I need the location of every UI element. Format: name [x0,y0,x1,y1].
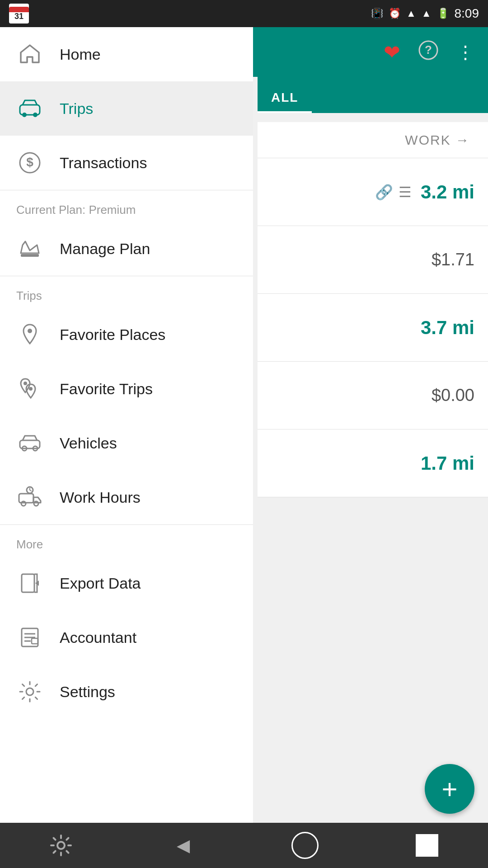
gear-settings-icon[interactable] [43,827,79,863]
svg-rect-24 [32,638,38,644]
trip-card-3[interactable]: 3.7 mi [258,294,488,362]
svg-rect-8 [21,254,39,257]
fab-plus-icon: + [441,774,457,805]
help-icon[interactable]: ? [418,40,438,64]
svg-point-11 [29,387,33,391]
svg-rect-15 [19,494,33,503]
svg-text:$: $ [26,155,33,169]
section-trips: Trips [0,276,253,307]
crown-icon [16,235,43,262]
svg-rect-19 [22,574,34,592]
svg-point-2 [57,842,65,849]
section-more: More [0,525,253,556]
svg-point-10 [23,382,27,385]
sidebar-item-accountant-label: Accountant [60,629,136,646]
sidebar-item-vehicles[interactable]: Vehicles [0,416,253,470]
worktruck-icon [16,484,43,511]
vibrate-icon: 📳 [371,8,383,19]
sidebar-item-work-hours-label: Work Hours [60,489,141,506]
list-icon: ☰ [399,184,412,201]
bottom-navigation: ◀ [0,823,488,868]
sidebar-item-manage-plan-label: Manage Plan [60,240,150,258]
navigation-drawer: Home Trips $ Transactions Current Plan: … [0,27,253,868]
sidebar-item-transactions-label: Transactions [60,154,147,172]
back-button[interactable]: ◀ [165,827,201,863]
tabs-bar: ALL [258,77,488,113]
sidebar-item-favorite-places-label: Favorite Places [60,326,165,344]
svg-point-9 [28,329,32,333]
trip-card-1-icons: 🔗 ☰ [375,184,412,201]
sidebar-item-home-label: Home [60,46,101,63]
calendar-icon: 31 [9,4,29,24]
sidebar-item-favorite-trips[interactable]: Favorite Trips [0,362,253,416]
svg-point-17 [34,501,38,506]
svg-text:?: ? [425,43,432,57]
work-filter[interactable]: WORK → [258,122,488,158]
sidebar-item-favorite-places[interactable]: Favorite Places [0,307,253,362]
svg-point-5 [33,113,38,117]
trip-amount-1: $1.71 [432,250,474,269]
status-bar: 31 📳 ⏰ ▲ ▲ 🔋 8:09 [0,0,488,27]
status-bar-left: 31 [9,4,29,24]
section-plan: Current Plan: Premium [0,190,253,222]
sidebar-item-accountant[interactable]: Accountant [0,610,253,665]
sidebar-item-transactions[interactable]: $ Transactions [0,136,253,190]
trip-distance-3: 1.7 mi [421,453,474,474]
sidebar-item-export-data-label: Export Data [60,575,141,592]
pin-icon [16,321,43,348]
trip-amount-2: $0.00 [432,386,474,405]
dollar-icon: $ [16,149,43,176]
trip-card-2[interactable]: $1.71 [258,226,488,294]
signal-icon: ▲ [422,8,432,19]
sidebar-item-trips-label: Trips [60,100,93,118]
sidebar-item-vehicles-label: Vehicles [60,434,117,452]
heart-icon[interactable]: ❤ [384,41,400,64]
home-icon [16,41,43,68]
work-filter-label: WORK → [405,132,470,148]
alarm-icon: ⏰ [389,8,401,19]
add-trip-fab[interactable]: + [425,764,474,814]
car-icon [16,95,43,122]
more-options-icon[interactable]: ⋮ [456,42,474,62]
wifi-icon: ▲ [406,8,416,19]
sidebar-item-settings-label: Settings [60,683,115,701]
trip-distance-1: 3.2 mi [421,181,474,203]
home-button[interactable] [287,827,323,863]
sidebar-item-trips[interactable]: Trips [0,81,253,136]
sidebar-item-favorite-trips-label: Favorite Trips [60,380,153,398]
trip-card-1[interactable]: 🔗 ☰ 3.2 mi [258,158,488,226]
pin2-icon [16,375,43,402]
trip-distance-2: 3.7 mi [421,317,474,339]
time-display: 8:09 [455,6,479,21]
battery-icon: 🔋 [437,8,449,19]
sidebar-item-export-data[interactable]: Export Data [0,556,253,610]
accountant-icon [16,624,43,651]
recents-button[interactable] [409,827,445,863]
sidebar-item-home[interactable]: Home [0,27,253,81]
trip-card-4[interactable]: $0.00 [258,362,488,429]
svg-point-4 [22,113,27,117]
tab-all[interactable]: ALL [258,90,312,113]
vehicle-icon [16,429,43,457]
status-bar-right: 📳 ⏰ ▲ ▲ 🔋 8:09 [371,6,479,21]
svg-point-25 [26,688,33,695]
link-icon: 🔗 [375,184,393,201]
svg-point-16 [21,501,26,506]
sidebar-item-manage-plan[interactable]: Manage Plan [0,222,253,276]
trip-card-5[interactable]: 1.7 mi [258,429,488,497]
settings-gear-icon [16,678,43,705]
sidebar-item-settings[interactable]: Settings [0,665,253,719]
export-icon [16,570,43,597]
sidebar-item-work-hours[interactable]: Work Hours [0,470,253,524]
